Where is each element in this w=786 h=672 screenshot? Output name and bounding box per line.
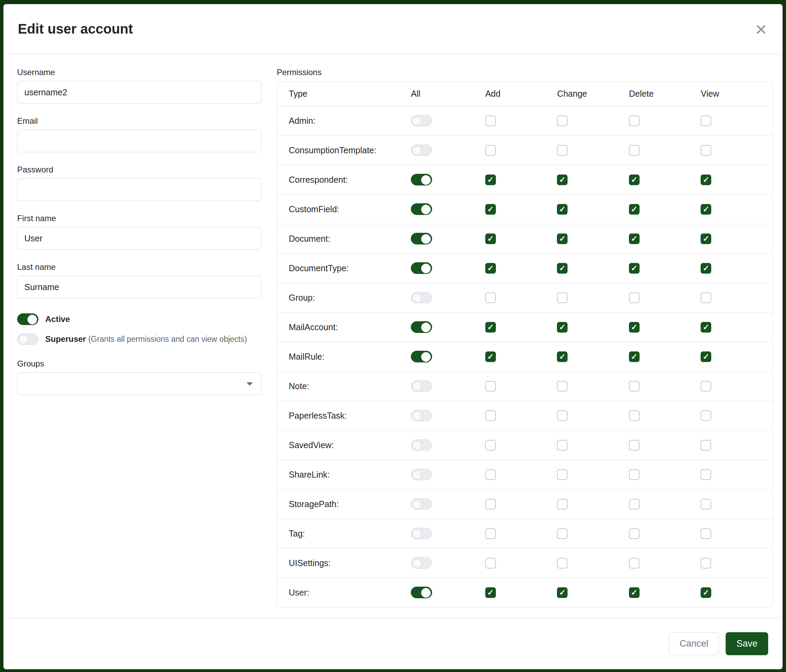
permission-delete-checkbox[interactable] — [629, 234, 640, 244]
save-button[interactable]: Save — [726, 632, 768, 655]
close-icon[interactable]: × — [754, 19, 768, 39]
permission-all-toggle[interactable] — [411, 115, 432, 127]
permission-change-checkbox[interactable] — [557, 116, 567, 126]
permission-all-toggle[interactable] — [411, 498, 432, 510]
groups-select[interactable] — [17, 372, 261, 395]
permission-delete-checkbox[interactable] — [629, 322, 640, 333]
permission-delete-checkbox[interactable] — [629, 587, 640, 598]
permission-change-checkbox[interactable] — [557, 145, 567, 155]
permission-all-toggle[interactable] — [411, 144, 432, 156]
last-name-input[interactable] — [17, 276, 261, 298]
active-toggle[interactable] — [17, 313, 38, 325]
permission-add-checkbox[interactable] — [485, 263, 496, 273]
permission-view-checkbox[interactable] — [701, 469, 711, 480]
permission-all-toggle[interactable] — [411, 292, 432, 303]
permission-change-checkbox[interactable] — [557, 410, 567, 421]
permission-delete-checkbox[interactable] — [629, 145, 640, 155]
permission-all-toggle[interactable] — [411, 380, 432, 392]
permission-add-checkbox[interactable] — [485, 440, 496, 451]
permission-view-checkbox[interactable] — [701, 322, 711, 333]
permission-view-checkbox[interactable] — [701, 263, 711, 273]
permission-view-checkbox[interactable] — [701, 292, 711, 303]
permission-all-toggle[interactable] — [411, 233, 432, 245]
permission-all-toggle[interactable] — [411, 262, 432, 274]
permission-all-toggle[interactable] — [411, 174, 432, 185]
permission-change-checkbox[interactable] — [557, 469, 567, 480]
permission-view-checkbox[interactable] — [701, 204, 711, 215]
password-input[interactable] — [17, 178, 261, 201]
permission-change-checkbox[interactable] — [557, 292, 567, 303]
permission-view-checkbox[interactable] — [701, 352, 711, 362]
permission-view-checkbox[interactable] — [701, 410, 711, 421]
permission-delete-checkbox[interactable] — [629, 381, 640, 391]
email-input[interactable] — [17, 130, 261, 152]
permission-all-toggle[interactable] — [411, 351, 432, 363]
permission-add-checkbox[interactable] — [485, 528, 496, 539]
permission-add-checkbox[interactable] — [485, 469, 496, 480]
permission-all-toggle[interactable] — [411, 203, 432, 215]
permission-view-checkbox[interactable] — [701, 440, 711, 451]
permission-add-checkbox[interactable] — [485, 145, 496, 155]
permission-view-checkbox[interactable] — [701, 174, 711, 185]
permission-type-label: Correspondent: — [277, 165, 411, 195]
permission-view-checkbox[interactable] — [701, 145, 711, 155]
cancel-button[interactable]: Cancel — [669, 632, 719, 655]
permission-delete-checkbox[interactable] — [629, 263, 640, 273]
permission-change-checkbox[interactable] — [557, 322, 567, 333]
permission-change-checkbox[interactable] — [557, 263, 567, 273]
permission-delete-checkbox[interactable] — [629, 352, 640, 362]
permission-change-checkbox[interactable] — [557, 440, 567, 451]
permission-change-checkbox[interactable] — [557, 204, 567, 215]
permission-delete-checkbox[interactable] — [629, 499, 640, 509]
permission-delete-checkbox[interactable] — [629, 116, 640, 126]
permission-add-checkbox[interactable] — [485, 352, 496, 362]
groups-label: Groups — [17, 359, 261, 369]
permissions-header-row: Type All Add Change Delete View — [277, 82, 773, 106]
permission-add-checkbox[interactable] — [485, 558, 496, 568]
permission-add-checkbox[interactable] — [485, 381, 496, 391]
username-input[interactable] — [17, 81, 261, 104]
user-form: Username Email Password First name Last … — [17, 67, 261, 611]
permission-change-checkbox[interactable] — [557, 587, 567, 598]
permission-add-checkbox[interactable] — [485, 587, 496, 598]
superuser-toggle[interactable] — [17, 333, 38, 345]
permission-all-toggle[interactable] — [411, 410, 432, 421]
permission-add-checkbox[interactable] — [485, 234, 496, 244]
permission-all-toggle[interactable] — [411, 557, 432, 569]
permission-change-checkbox[interactable] — [557, 528, 567, 539]
permission-delete-checkbox[interactable] — [629, 558, 640, 568]
permission-change-checkbox[interactable] — [557, 352, 567, 362]
permission-delete-checkbox[interactable] — [629, 440, 640, 451]
permission-delete-checkbox[interactable] — [629, 174, 640, 185]
permission-all-toggle[interactable] — [411, 439, 432, 451]
permission-view-checkbox[interactable] — [701, 234, 711, 244]
permission-add-checkbox[interactable] — [485, 499, 496, 509]
permission-delete-checkbox[interactable] — [629, 528, 640, 539]
permission-all-toggle[interactable] — [411, 528, 432, 539]
permission-view-checkbox[interactable] — [701, 558, 711, 568]
permission-change-checkbox[interactable] — [557, 174, 567, 185]
permission-all-toggle[interactable] — [411, 321, 432, 333]
permission-change-checkbox[interactable] — [557, 381, 567, 391]
permission-delete-checkbox[interactable] — [629, 292, 640, 303]
permission-add-checkbox[interactable] — [485, 410, 496, 421]
permission-add-checkbox[interactable] — [485, 204, 496, 215]
permission-delete-checkbox[interactable] — [629, 469, 640, 480]
permission-add-checkbox[interactable] — [485, 322, 496, 333]
permission-view-checkbox[interactable] — [701, 381, 711, 391]
permission-all-toggle[interactable] — [411, 469, 432, 480]
permission-change-checkbox[interactable] — [557, 234, 567, 244]
permission-view-checkbox[interactable] — [701, 528, 711, 539]
permission-change-checkbox[interactable] — [557, 558, 567, 568]
permission-delete-checkbox[interactable] — [629, 204, 640, 215]
permission-change-checkbox[interactable] — [557, 499, 567, 509]
permission-add-checkbox[interactable] — [485, 116, 496, 126]
permission-view-checkbox[interactable] — [701, 587, 711, 598]
permission-add-checkbox[interactable] — [485, 174, 496, 185]
permission-view-checkbox[interactable] — [701, 499, 711, 509]
permission-all-toggle[interactable] — [411, 587, 432, 598]
permission-view-checkbox[interactable] — [701, 116, 711, 126]
first-name-input[interactable] — [17, 227, 261, 250]
permission-delete-checkbox[interactable] — [629, 410, 640, 421]
permission-add-checkbox[interactable] — [485, 292, 496, 303]
